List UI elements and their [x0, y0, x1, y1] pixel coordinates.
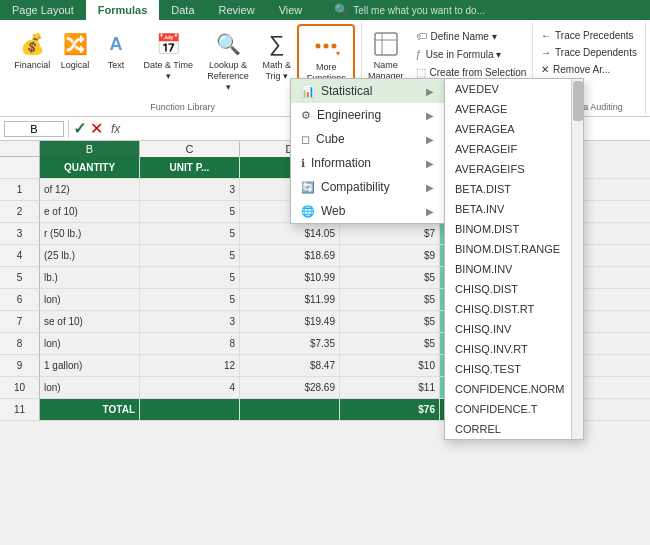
tab-data[interactable]: Data — [159, 0, 206, 20]
cell-b5[interactable]: lb.) — [40, 267, 140, 288]
cell-c8[interactable]: 8 — [140, 333, 240, 354]
create-from-selection-button[interactable]: ⬚ Create from Selection — [412, 64, 531, 81]
name-box[interactable] — [4, 121, 64, 137]
tab-view[interactable]: View — [267, 0, 315, 20]
row-num-4[interactable]: 4 — [0, 245, 40, 267]
formula-input[interactable] — [124, 123, 646, 135]
stat-item-correl[interactable]: CORREL — [445, 419, 583, 439]
row-num-6[interactable]: 6 — [0, 289, 40, 311]
xmark-icon[interactable]: ✕ — [90, 119, 103, 138]
row-num-3[interactable]: 3 — [0, 223, 40, 245]
row-num-10[interactable]: 10 — [0, 377, 40, 399]
cell-e6[interactable]: $5 — [340, 289, 440, 310]
checkmark-icon[interactable]: ✓ — [73, 119, 86, 138]
cell-d6[interactable]: $11.99 — [240, 289, 340, 310]
col-header-b[interactable]: B — [40, 141, 140, 157]
cell-c11[interactable] — [140, 399, 240, 420]
cell-e9[interactable]: $10 — [340, 355, 440, 376]
financial-button[interactable]: 💰 Financial — [10, 24, 55, 75]
header-cell-unit[interactable]: UNIT P... — [140, 157, 240, 178]
header-cell-quantity[interactable]: QUANTITY — [40, 157, 140, 178]
trace-dependents-button[interactable]: → Trace Dependents — [537, 45, 641, 60]
cell-d5[interactable]: $10.99 — [240, 267, 340, 288]
cell-b7[interactable]: se of 10) — [40, 311, 140, 332]
cell-f11 — [440, 399, 460, 420]
name-manager-button[interactable]: Name Manager — [362, 24, 410, 86]
cell-c5[interactable]: 5 — [140, 267, 240, 288]
cell-b4[interactable]: (25 lb.) — [40, 245, 140, 266]
trace-precedents-button[interactable]: ← Trace Precedents — [537, 28, 641, 43]
cell-e1[interactable] — [340, 179, 440, 200]
header-cell-d[interactable] — [240, 157, 340, 178]
date-time-button[interactable]: 📅 Date & Time ▾ — [136, 24, 200, 86]
cell-e3[interactable]: $7 — [340, 223, 440, 244]
cell-d3[interactable]: $14.05 — [240, 223, 340, 244]
cell-b2[interactable]: e of 10) — [40, 201, 140, 222]
more-functions-button[interactable]: ▾ More Functions ▾ — [297, 24, 355, 100]
col-header-c[interactable]: C — [140, 141, 240, 157]
cell-b10[interactable]: lon) — [40, 377, 140, 398]
cell-c3[interactable]: 5 — [140, 223, 240, 244]
cell-e5[interactable]: $5 — [340, 267, 440, 288]
cell-f9 — [440, 355, 460, 376]
math-trig-button[interactable]: ∑ Math & Trig ▾ — [256, 24, 297, 86]
table-row: (25 lb.) 5 $18.69 $9 — [40, 245, 650, 267]
col-header-e[interactable]: E — [340, 141, 440, 157]
row-num-5[interactable]: 5 — [0, 267, 40, 289]
tab-formulas[interactable]: Formulas — [86, 0, 160, 20]
cell-d1[interactable]: $1 — [240, 179, 340, 200]
cell-d4[interactable]: $18.69 — [240, 245, 340, 266]
col-header-d[interactable]: D — [240, 141, 340, 157]
cell-c4[interactable]: 5 — [140, 245, 240, 266]
cell-c6[interactable]: 5 — [140, 289, 240, 310]
remove-arrows-label: Remove Ar... — [553, 64, 610, 75]
cell-f10 — [440, 377, 460, 398]
remove-arrows-button[interactable]: ✕ Remove Ar... — [537, 62, 641, 77]
cell-d7[interactable]: $19.49 — [240, 311, 340, 332]
cell-c2[interactable]: 5 — [140, 201, 240, 222]
tab-review[interactable]: Review — [207, 0, 267, 20]
table-row: se of 10) 3 $19.49 $5 — [40, 311, 650, 333]
cell-d10[interactable]: $28.69 — [240, 377, 340, 398]
cell-c9[interactable]: 12 — [140, 355, 240, 376]
cell-b1[interactable]: of 12) — [40, 179, 140, 200]
row-num-8[interactable]: 8 — [0, 333, 40, 355]
cell-e11[interactable]: $76 — [340, 399, 440, 420]
cell-e2[interactable]: $10 — [340, 201, 440, 222]
use-in-formula-button[interactable]: ƒ Use in Formula ▾ — [412, 46, 531, 62]
tell-me-text[interactable]: Tell me what you want to do... — [353, 5, 485, 16]
cell-b6[interactable]: lon) — [40, 289, 140, 310]
define-name-button[interactable]: 🏷 Define Name ▾ — [412, 28, 531, 44]
row-num-2[interactable]: 2 — [0, 201, 40, 223]
row-num-11[interactable]: 11 — [0, 399, 40, 421]
search-icon: 🔍 — [334, 3, 349, 17]
cell-d11[interactable] — [240, 399, 340, 420]
row-num-1[interactable]: 1 — [0, 179, 40, 201]
cell-d2[interactable]: $20.14 — [240, 201, 340, 222]
cell-c10[interactable]: 4 — [140, 377, 240, 398]
tab-page-layout[interactable]: Page Layout — [0, 0, 86, 20]
cell-e10[interactable]: $11 — [340, 377, 440, 398]
cell-c1[interactable]: 3 — [140, 179, 240, 200]
svg-text:▾: ▾ — [336, 49, 340, 58]
row-num-9[interactable]: 9 — [0, 355, 40, 377]
row-num-7[interactable]: 7 — [0, 311, 40, 333]
col-header-f[interactable] — [440, 141, 460, 157]
cell-b8[interactable]: lon) — [40, 333, 140, 354]
cell-e7[interactable]: $5 — [340, 311, 440, 332]
cell-b3[interactable]: r (50 lb.) — [40, 223, 140, 244]
remove-arrows-icon: ✕ — [541, 64, 549, 75]
header-cell-e[interactable] — [340, 157, 440, 178]
cell-d8[interactable]: $7.35 — [240, 333, 340, 354]
cell-b11-total[interactable]: TOTAL — [40, 399, 140, 420]
svg-point-0 — [316, 44, 321, 49]
cell-d9[interactable]: $8.47 — [240, 355, 340, 376]
logical-button[interactable]: 🔀 Logical — [55, 24, 96, 75]
lookup-reference-button[interactable]: 🔍 Lookup & Reference ▾ — [200, 24, 256, 96]
cell-e4[interactable]: $9 — [340, 245, 440, 266]
cell-c7[interactable]: 3 — [140, 311, 240, 332]
trace-dependents-icon: → — [541, 47, 551, 58]
text-button[interactable]: A Text — [95, 24, 136, 75]
cell-e8[interactable]: $5 — [340, 333, 440, 354]
cell-b9[interactable]: 1 gallon) — [40, 355, 140, 376]
